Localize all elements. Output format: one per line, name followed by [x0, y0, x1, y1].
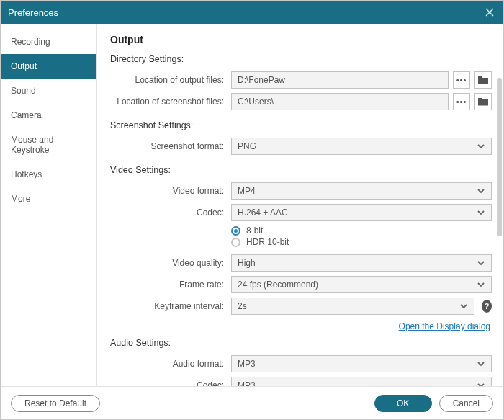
chevron-down-icon	[477, 142, 485, 151]
main-wrap: Output Directory Settings: Location of o…	[97, 24, 503, 386]
ok-button[interactable]: OK	[374, 395, 432, 412]
select-screenshot-format-value: PNG	[238, 141, 256, 151]
open-display-dialog-link[interactable]: Open the Display dialog	[399, 321, 490, 331]
cancel-button[interactable]: Cancel	[439, 395, 493, 412]
label-audio-format: Audio format:	[110, 359, 231, 369]
chevron-down-icon	[477, 280, 485, 289]
titlebar: Preferences	[1, 1, 503, 24]
sidebar-item-sound[interactable]: Sound	[1, 79, 96, 103]
label-video-codec: Codec:	[110, 207, 231, 218]
sidebar-item-hotkeys[interactable]: Hotkeys	[1, 162, 96, 187]
radio-8bit[interactable]: 8-bit	[231, 225, 289, 236]
label-video-format: Video format:	[110, 186, 231, 196]
select-audio-format-value: MP3	[238, 359, 256, 369]
row-screenshot-format: Screenshot format: PNG	[110, 138, 492, 155]
row-output-location: Location of output files:	[110, 71, 492, 89]
label-frame-rate: Frame rate:	[110, 280, 231, 290]
chevron-down-icon	[477, 359, 485, 368]
open-output-folder-icon[interactable]	[474, 71, 492, 89]
sidebar: Recording Output Sound Camera Mouse and …	[1, 24, 97, 386]
sidebar-item-output[interactable]: Output	[1, 54, 96, 79]
select-video-codec-value: H.264 + AAC	[238, 207, 288, 218]
row-audio-format: Audio format: MP3	[110, 355, 492, 372]
row-video-quality: Video quality: High	[110, 254, 492, 272]
select-audio-codec-value: MP3	[238, 380, 256, 386]
chevron-down-icon	[477, 187, 485, 195]
help-icon[interactable]: ?	[482, 300, 492, 313]
sidebar-item-recording[interactable]: Recording	[1, 30, 96, 54]
chevron-down-icon	[459, 302, 468, 310]
select-video-codec[interactable]: H.264 + AAC	[231, 204, 492, 221]
select-video-format[interactable]: MP4	[231, 182, 492, 200]
window-title: Preferences	[8, 7, 58, 18]
body: Recording Output Sound Camera Mouse and …	[1, 24, 503, 386]
radio-hdr10bit[interactable]: HDR 10-bit	[231, 237, 289, 247]
radio-dot-icon	[231, 226, 240, 236]
label-screenshot-format: Screenshot format:	[110, 141, 231, 151]
row-video-codec: Codec: H.264 + AAC	[110, 204, 492, 221]
row-audio-codec: Codec: MP3	[110, 377, 492, 386]
row-video-format: Video format: MP4	[110, 182, 492, 200]
reset-to-default-button[interactable]: Reset to Default	[11, 395, 100, 412]
select-frame-rate-value: 24 fps (Recommend)	[238, 280, 318, 290]
input-output-location[interactable]	[231, 71, 449, 89]
label-output-location: Location of output files:	[110, 75, 231, 85]
display-dialog-row: Open the Display dialog	[110, 319, 490, 332]
row-bit-depth: 8-bit HDR 10-bit	[110, 225, 492, 247]
section-heading-video: Video Settings:	[110, 165, 492, 175]
radio-dot-icon	[231, 238, 240, 247]
row-keyframe-interval: Keyframe interval: 2s ?	[110, 298, 492, 315]
sidebar-item-mouse-keystroke[interactable]: Mouse and Keystroke	[1, 128, 96, 162]
scrollbar[interactable]	[495, 24, 503, 386]
open-screenshot-folder-icon[interactable]	[474, 93, 492, 110]
select-frame-rate[interactable]: 24 fps (Recommend)	[231, 276, 492, 293]
select-video-quality-value: High	[238, 258, 256, 268]
input-screenshot-location[interactable]	[231, 93, 449, 110]
radio-8bit-label: 8-bit	[246, 225, 263, 236]
chevron-down-icon	[477, 381, 485, 386]
row-frame-rate: Frame rate: 24 fps (Recommend)	[110, 276, 492, 293]
browse-output-button[interactable]	[453, 71, 470, 89]
select-audio-format[interactable]: MP3	[231, 355, 492, 372]
radio-hdr10bit-label: HDR 10-bit	[246, 237, 289, 247]
section-heading-audio: Audio Settings:	[110, 338, 492, 348]
select-audio-codec[interactable]: MP3	[231, 377, 492, 386]
label-audio-codec: Codec:	[110, 380, 231, 386]
footer: Reset to Default OK Cancel	[1, 386, 503, 419]
page-title: Output	[110, 34, 492, 45]
main-panel: Output Directory Settings: Location of o…	[97, 24, 495, 386]
preferences-window: Preferences Recording Output Sound Camer…	[0, 0, 504, 420]
chevron-down-icon	[477, 208, 485, 217]
select-video-quality[interactable]: High	[231, 254, 492, 272]
sidebar-item-more[interactable]: More	[1, 187, 96, 211]
select-screenshot-format[interactable]: PNG	[231, 138, 492, 155]
close-icon[interactable]	[483, 6, 496, 19]
section-heading-directory: Directory Settings:	[110, 54, 492, 64]
chevron-down-icon	[477, 259, 485, 267]
sidebar-item-camera[interactable]: Camera	[1, 103, 96, 128]
section-heading-screenshot: Screenshot Settings:	[110, 120, 492, 130]
browse-screenshot-button[interactable]	[453, 93, 470, 110]
select-video-format-value: MP4	[238, 186, 256, 196]
scrollbar-thumb[interactable]	[497, 78, 502, 236]
label-screenshot-location: Location of screenshot files:	[110, 97, 231, 107]
label-keyframe-interval: Keyframe interval:	[110, 301, 231, 311]
select-keyframe-interval[interactable]: 2s	[231, 298, 474, 315]
row-screenshot-location: Location of screenshot files:	[110, 93, 492, 110]
select-keyframe-interval-value: 2s	[238, 301, 247, 311]
label-video-quality: Video quality:	[110, 258, 231, 268]
